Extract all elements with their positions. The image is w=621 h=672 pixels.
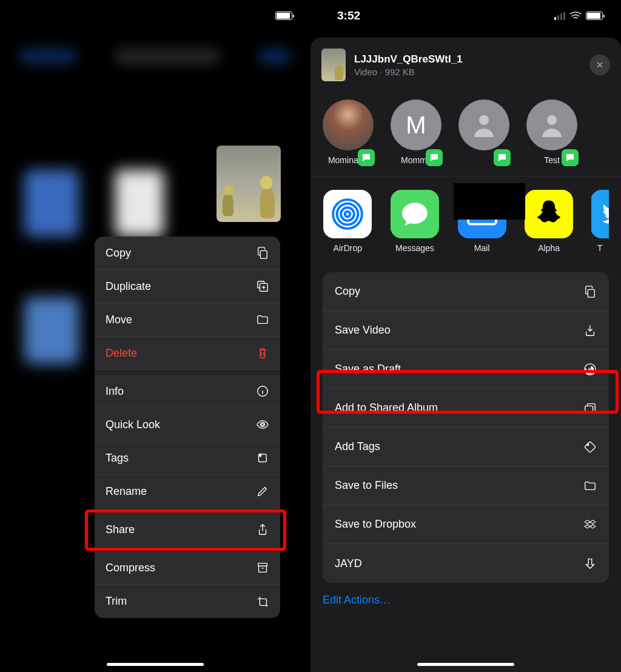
app-messages[interactable]: Messages (390, 190, 440, 253)
svg-rect-0 (260, 250, 267, 258)
menu-tags[interactable]: Tags (95, 442, 280, 475)
status-bar: 3:52 (310, 0, 621, 32)
menu-copy[interactable]: Copy (95, 237, 280, 270)
svg-rect-13 (588, 289, 594, 297)
crop-icon (256, 595, 269, 608)
action-save-draft[interactable]: Save as Draft (323, 350, 609, 389)
app-twitter[interactable]: T (591, 190, 609, 253)
menu-move[interactable]: Move (95, 303, 280, 337)
battery-icon (275, 12, 292, 20)
avatar (323, 99, 374, 150)
menu-share[interactable]: Share (95, 513, 280, 546)
svg-point-3 (261, 423, 264, 426)
menu-info[interactable]: Info (95, 375, 280, 408)
menu-label: Trim (106, 595, 127, 608)
edit-actions-link[interactable]: Edit Actions… (310, 583, 621, 606)
menu-label: Quick Look (106, 418, 160, 431)
svg-point-9 (341, 207, 354, 221)
share-file-name: LJJJbnV_QBreSWtI_1 (354, 53, 581, 66)
svg-rect-15 (585, 406, 593, 412)
menu-separator (95, 546, 280, 551)
app-label: Messages (395, 243, 434, 253)
album-icon (583, 402, 597, 415)
app-alpha[interactable]: Alpha (524, 190, 574, 253)
menu-trim[interactable]: Trim (95, 585, 280, 618)
action-label: Save as Draft (335, 363, 401, 375)
action-save-files[interactable]: Save to Files (323, 466, 609, 505)
app-label: Mail (474, 243, 490, 253)
menu-label: Duplicate (106, 280, 151, 293)
messages-icon (391, 190, 439, 238)
action-label: Add to Shared Album (335, 402, 438, 414)
left-screenshot: 3:51 Copy Duplicate Move (0, 0, 310, 672)
contact-mominator[interactable]: Mominator (323, 99, 374, 165)
close-icon (595, 60, 605, 70)
redaction-box (454, 183, 525, 220)
archive-icon (256, 561, 269, 574)
action-save-dropbox[interactable]: Save to Dropbox (323, 505, 609, 544)
folder-icon (256, 313, 269, 326)
pencil-icon (256, 485, 269, 498)
tag-icon (256, 451, 269, 465)
eye-icon (256, 418, 269, 431)
svg-point-16 (587, 443, 589, 445)
menu-label: Share (106, 523, 135, 536)
svg-point-6 (479, 115, 489, 125)
battery-icon (586, 12, 603, 20)
actions-list: Copy Save Video Save as Draft Add to Sha… (323, 272, 609, 583)
right-screenshot: 3:52 LJJJbnV_QBreSWtI_1 Video · 992 KB (310, 0, 621, 672)
svg-point-4 (260, 455, 261, 457)
contact-redacted[interactable] (458, 99, 509, 165)
video-thumbnail[interactable] (217, 146, 281, 222)
action-label: Save to Dropbox (335, 518, 416, 531)
messages-badge-icon (562, 149, 579, 166)
menu-label: Info (106, 385, 124, 398)
status-time: 3:52 (337, 9, 360, 22)
svg-point-7 (547, 115, 557, 125)
share-file-subtitle: Video · 992 KB (354, 67, 581, 77)
avatar: M (391, 99, 441, 150)
contact-test[interactable]: Test (526, 99, 577, 165)
share-sheet: LJJJbnV_QBreSWtI_1 Video · 992 KB Momina… (310, 38, 621, 672)
status-icons (554, 9, 603, 22)
context-menu: Copy Duplicate Move Delete Info Quick Lo… (95, 237, 280, 618)
snapchat-icon (525, 190, 573, 238)
person-icon (537, 110, 566, 139)
menu-compress[interactable]: Compress (95, 551, 280, 585)
svg-rect-5 (258, 563, 267, 566)
action-shared-album[interactable]: Add to Shared Album (323, 389, 609, 428)
app-label: Alpha (538, 243, 560, 253)
menu-quick-look[interactable]: Quick Look (95, 408, 280, 442)
avatar (458, 99, 509, 150)
wifi-icon (569, 9, 582, 22)
menu-label: Copy (106, 247, 131, 260)
messages-badge-icon (358, 149, 375, 166)
action-label: Add Tags (335, 440, 380, 453)
trash-icon (256, 346, 269, 360)
share-file-thumbnail (321, 49, 346, 81)
folder-icon (583, 479, 597, 492)
app-airdrop[interactable]: AirDrop (323, 190, 373, 253)
contacts-row: Mominator M Mommy (310, 90, 621, 176)
action-jayd[interactable]: JAYD (323, 544, 609, 583)
messages-badge-icon (426, 149, 443, 166)
close-button[interactable] (589, 55, 610, 75)
home-indicator[interactable] (417, 663, 514, 666)
menu-duplicate[interactable]: Duplicate (95, 270, 280, 303)
action-copy[interactable]: Copy (323, 272, 609, 311)
share-file-info: LJJJbnV_QBreSWtI_1 Video · 992 KB (354, 53, 581, 77)
action-add-tags[interactable]: Add Tags (323, 428, 609, 466)
download-icon (583, 557, 597, 570)
download-box-icon (583, 324, 597, 337)
action-save-video[interactable]: Save Video (323, 311, 609, 350)
menu-delete[interactable]: Delete (95, 337, 280, 370)
action-label: Copy (335, 285, 360, 298)
contact-mommy[interactable]: M Mommy (391, 99, 441, 165)
menu-label: Move (106, 314, 132, 326)
action-label: Save to Files (335, 479, 398, 492)
home-indicator[interactable] (107, 663, 204, 666)
contact-label: Test (544, 155, 560, 165)
info-icon (256, 385, 269, 398)
copy-icon (256, 246, 269, 260)
menu-rename[interactable]: Rename (95, 475, 280, 508)
